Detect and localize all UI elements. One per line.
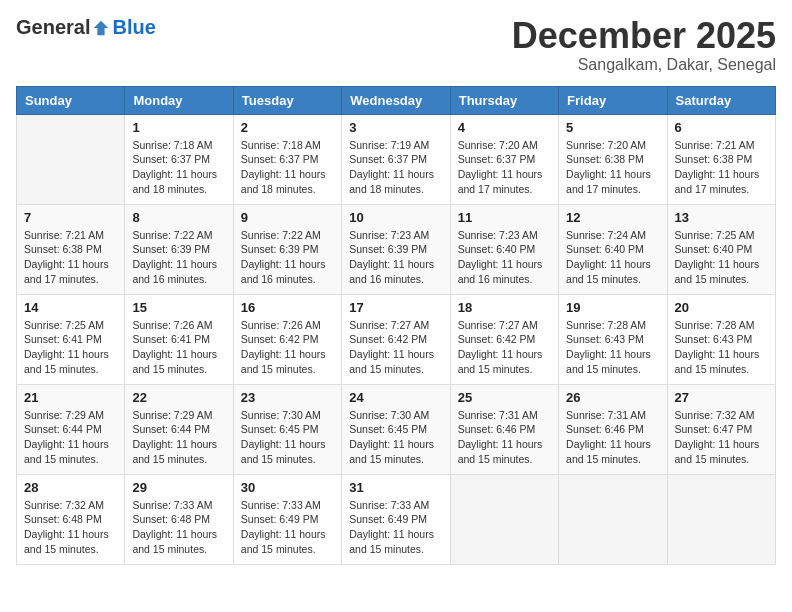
calendar-cell: 22 Sunrise: 7:29 AMSunset: 6:44 PMDaylig… bbox=[125, 384, 233, 474]
weekday-header-saturday: Saturday bbox=[667, 86, 775, 114]
day-number: 3 bbox=[349, 120, 442, 135]
day-info: Sunrise: 7:32 AMSunset: 6:48 PMDaylight:… bbox=[24, 499, 109, 555]
day-info: Sunrise: 7:20 AMSunset: 6:37 PMDaylight:… bbox=[458, 139, 543, 195]
day-number: 28 bbox=[24, 480, 117, 495]
title-block: December 2025 Sangalkam, Dakar, Senegal bbox=[512, 16, 776, 74]
day-number: 1 bbox=[132, 120, 225, 135]
day-info: Sunrise: 7:23 AMSunset: 6:39 PMDaylight:… bbox=[349, 229, 434, 285]
day-number: 27 bbox=[675, 390, 768, 405]
day-number: 23 bbox=[241, 390, 334, 405]
calendar-cell: 14 Sunrise: 7:25 AMSunset: 6:41 PMDaylig… bbox=[17, 294, 125, 384]
calendar-cell: 3 Sunrise: 7:19 AMSunset: 6:37 PMDayligh… bbox=[342, 114, 450, 204]
day-number: 11 bbox=[458, 210, 551, 225]
calendar-cell bbox=[559, 474, 667, 564]
calendar-cell: 10 Sunrise: 7:23 AMSunset: 6:39 PMDaylig… bbox=[342, 204, 450, 294]
day-number: 6 bbox=[675, 120, 768, 135]
day-number: 25 bbox=[458, 390, 551, 405]
calendar-cell: 20 Sunrise: 7:28 AMSunset: 6:43 PMDaylig… bbox=[667, 294, 775, 384]
day-number: 20 bbox=[675, 300, 768, 315]
calendar-cell: 30 Sunrise: 7:33 AMSunset: 6:49 PMDaylig… bbox=[233, 474, 341, 564]
day-info: Sunrise: 7:30 AMSunset: 6:45 PMDaylight:… bbox=[241, 409, 326, 465]
calendar-cell: 6 Sunrise: 7:21 AMSunset: 6:38 PMDayligh… bbox=[667, 114, 775, 204]
calendar-cell bbox=[17, 114, 125, 204]
day-number: 15 bbox=[132, 300, 225, 315]
weekday-header-sunday: Sunday bbox=[17, 86, 125, 114]
calendar-cell: 17 Sunrise: 7:27 AMSunset: 6:42 PMDaylig… bbox=[342, 294, 450, 384]
day-number: 12 bbox=[566, 210, 659, 225]
calendar-week-row: 7 Sunrise: 7:21 AMSunset: 6:38 PMDayligh… bbox=[17, 204, 776, 294]
day-info: Sunrise: 7:32 AMSunset: 6:47 PMDaylight:… bbox=[675, 409, 760, 465]
svg-marker-0 bbox=[94, 20, 108, 34]
day-info: Sunrise: 7:28 AMSunset: 6:43 PMDaylight:… bbox=[566, 319, 651, 375]
weekday-header-monday: Monday bbox=[125, 86, 233, 114]
day-number: 13 bbox=[675, 210, 768, 225]
calendar-cell: 18 Sunrise: 7:27 AMSunset: 6:42 PMDaylig… bbox=[450, 294, 558, 384]
month-title: December 2025 bbox=[512, 16, 776, 56]
calendar-week-row: 14 Sunrise: 7:25 AMSunset: 6:41 PMDaylig… bbox=[17, 294, 776, 384]
day-info: Sunrise: 7:31 AMSunset: 6:46 PMDaylight:… bbox=[458, 409, 543, 465]
day-info: Sunrise: 7:31 AMSunset: 6:46 PMDaylight:… bbox=[566, 409, 651, 465]
logo-blue-text: Blue bbox=[112, 16, 155, 39]
day-number: 24 bbox=[349, 390, 442, 405]
day-info: Sunrise: 7:28 AMSunset: 6:43 PMDaylight:… bbox=[675, 319, 760, 375]
day-info: Sunrise: 7:18 AMSunset: 6:37 PMDaylight:… bbox=[241, 139, 326, 195]
day-number: 19 bbox=[566, 300, 659, 315]
logo-general-text: General bbox=[16, 16, 90, 39]
day-number: 17 bbox=[349, 300, 442, 315]
calendar-cell: 24 Sunrise: 7:30 AMSunset: 6:45 PMDaylig… bbox=[342, 384, 450, 474]
weekday-header-tuesday: Tuesday bbox=[233, 86, 341, 114]
page-header: General Blue December 2025 Sangalkam, Da… bbox=[16, 16, 776, 74]
weekday-header-friday: Friday bbox=[559, 86, 667, 114]
calendar-cell: 23 Sunrise: 7:30 AMSunset: 6:45 PMDaylig… bbox=[233, 384, 341, 474]
calendar-cell: 13 Sunrise: 7:25 AMSunset: 6:40 PMDaylig… bbox=[667, 204, 775, 294]
calendar-cell bbox=[667, 474, 775, 564]
calendar-cell: 5 Sunrise: 7:20 AMSunset: 6:38 PMDayligh… bbox=[559, 114, 667, 204]
day-info: Sunrise: 7:23 AMSunset: 6:40 PMDaylight:… bbox=[458, 229, 543, 285]
logo-icon bbox=[92, 19, 110, 37]
day-info: Sunrise: 7:26 AMSunset: 6:41 PMDaylight:… bbox=[132, 319, 217, 375]
day-info: Sunrise: 7:33 AMSunset: 6:49 PMDaylight:… bbox=[241, 499, 326, 555]
day-number: 18 bbox=[458, 300, 551, 315]
calendar-cell: 21 Sunrise: 7:29 AMSunset: 6:44 PMDaylig… bbox=[17, 384, 125, 474]
calendar-cell: 15 Sunrise: 7:26 AMSunset: 6:41 PMDaylig… bbox=[125, 294, 233, 384]
calendar-week-row: 21 Sunrise: 7:29 AMSunset: 6:44 PMDaylig… bbox=[17, 384, 776, 474]
day-number: 26 bbox=[566, 390, 659, 405]
day-number: 31 bbox=[349, 480, 442, 495]
day-info: Sunrise: 7:21 AMSunset: 6:38 PMDaylight:… bbox=[675, 139, 760, 195]
calendar-cell bbox=[450, 474, 558, 564]
calendar-cell: 8 Sunrise: 7:22 AMSunset: 6:39 PMDayligh… bbox=[125, 204, 233, 294]
day-number: 10 bbox=[349, 210, 442, 225]
calendar-table: SundayMondayTuesdayWednesdayThursdayFrid… bbox=[16, 86, 776, 565]
calendar-cell: 31 Sunrise: 7:33 AMSunset: 6:49 PMDaylig… bbox=[342, 474, 450, 564]
day-info: Sunrise: 7:29 AMSunset: 6:44 PMDaylight:… bbox=[132, 409, 217, 465]
day-info: Sunrise: 7:22 AMSunset: 6:39 PMDaylight:… bbox=[132, 229, 217, 285]
calendar-cell: 11 Sunrise: 7:23 AMSunset: 6:40 PMDaylig… bbox=[450, 204, 558, 294]
calendar-cell: 19 Sunrise: 7:28 AMSunset: 6:43 PMDaylig… bbox=[559, 294, 667, 384]
calendar-week-row: 28 Sunrise: 7:32 AMSunset: 6:48 PMDaylig… bbox=[17, 474, 776, 564]
day-info: Sunrise: 7:33 AMSunset: 6:48 PMDaylight:… bbox=[132, 499, 217, 555]
day-number: 16 bbox=[241, 300, 334, 315]
day-info: Sunrise: 7:30 AMSunset: 6:45 PMDaylight:… bbox=[349, 409, 434, 465]
day-number: 5 bbox=[566, 120, 659, 135]
day-info: Sunrise: 7:22 AMSunset: 6:39 PMDaylight:… bbox=[241, 229, 326, 285]
calendar-cell: 29 Sunrise: 7:33 AMSunset: 6:48 PMDaylig… bbox=[125, 474, 233, 564]
day-number: 2 bbox=[241, 120, 334, 135]
calendar-week-row: 1 Sunrise: 7:18 AMSunset: 6:37 PMDayligh… bbox=[17, 114, 776, 204]
calendar-cell: 2 Sunrise: 7:18 AMSunset: 6:37 PMDayligh… bbox=[233, 114, 341, 204]
calendar-cell: 1 Sunrise: 7:18 AMSunset: 6:37 PMDayligh… bbox=[125, 114, 233, 204]
day-info: Sunrise: 7:33 AMSunset: 6:49 PMDaylight:… bbox=[349, 499, 434, 555]
day-info: Sunrise: 7:27 AMSunset: 6:42 PMDaylight:… bbox=[458, 319, 543, 375]
weekday-header-wednesday: Wednesday bbox=[342, 86, 450, 114]
day-info: Sunrise: 7:18 AMSunset: 6:37 PMDaylight:… bbox=[132, 139, 217, 195]
day-info: Sunrise: 7:29 AMSunset: 6:44 PMDaylight:… bbox=[24, 409, 109, 465]
day-info: Sunrise: 7:24 AMSunset: 6:40 PMDaylight:… bbox=[566, 229, 651, 285]
day-number: 14 bbox=[24, 300, 117, 315]
calendar-cell: 7 Sunrise: 7:21 AMSunset: 6:38 PMDayligh… bbox=[17, 204, 125, 294]
day-number: 8 bbox=[132, 210, 225, 225]
location: Sangalkam, Dakar, Senegal bbox=[512, 56, 776, 74]
day-number: 4 bbox=[458, 120, 551, 135]
calendar-cell: 26 Sunrise: 7:31 AMSunset: 6:46 PMDaylig… bbox=[559, 384, 667, 474]
day-info: Sunrise: 7:21 AMSunset: 6:38 PMDaylight:… bbox=[24, 229, 109, 285]
logo: General Blue bbox=[16, 16, 156, 39]
day-number: 22 bbox=[132, 390, 225, 405]
